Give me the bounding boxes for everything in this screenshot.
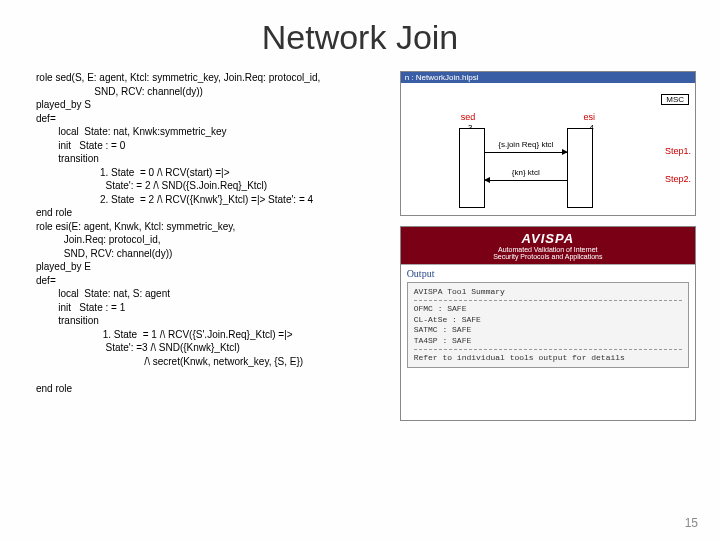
page-number: 15 xyxy=(685,516,698,530)
avispa-panel: AVISPA Automated Validation of Internet … xyxy=(400,226,696,421)
result-row: CL-AtSe : SAFE xyxy=(414,315,682,325)
arrow-msg1 xyxy=(485,152,567,153)
avispa-header: AVISPA Automated Validation of Internet … xyxy=(401,227,695,264)
msc-titlebar: n : NetworkJoin.hlpsl xyxy=(401,72,695,83)
avispa-sub1: Automated Validation of Internet xyxy=(403,246,693,253)
divider xyxy=(414,349,682,350)
result-row: OFMC : SAFE xyxy=(414,304,682,314)
msg1-label: {s.join Req} ktcl xyxy=(485,140,567,149)
lifeline-sed xyxy=(459,128,485,208)
actor-sed-name: sed xyxy=(461,112,476,122)
output-box: AVISPA Tool Summary OFMC : SAFE CL-AtSe … xyxy=(407,282,689,368)
step1-label: Step1. xyxy=(665,146,691,156)
actor-esi-name: esi xyxy=(583,112,595,122)
arrow-msg2 xyxy=(485,180,567,181)
lifeline-esi xyxy=(567,128,593,208)
msg2-label: {kn} ktcl xyxy=(485,168,567,177)
msc-panel: n : NetworkJoin.hlpsl MSC sed - 3 esi - … xyxy=(400,71,696,216)
step2-label: Step2. xyxy=(665,174,691,184)
result-row: TA4SP : SAFE xyxy=(414,336,682,346)
msc-label: MSC xyxy=(661,94,689,105)
slide-title: Network Join xyxy=(0,0,720,71)
content-row: role sed(S, E: agent, Ktcl: symmetric_ke… xyxy=(0,71,720,421)
avispa-sub2: Security Protocols and Applications xyxy=(403,253,693,260)
role-code-block: role sed(S, E: agent, Ktcl: symmetric_ke… xyxy=(36,71,392,421)
output-label: Output xyxy=(401,264,695,280)
avispa-title: AVISPA xyxy=(403,231,693,246)
result-row: SATMC : SAFE xyxy=(414,325,682,335)
right-column: n : NetworkJoin.hlpsl MSC sed - 3 esi - … xyxy=(400,71,696,421)
divider xyxy=(414,300,682,301)
summary-title: AVISPA Tool Summary xyxy=(414,287,682,297)
output-footer: Refer to individual tools output for det… xyxy=(414,353,682,363)
